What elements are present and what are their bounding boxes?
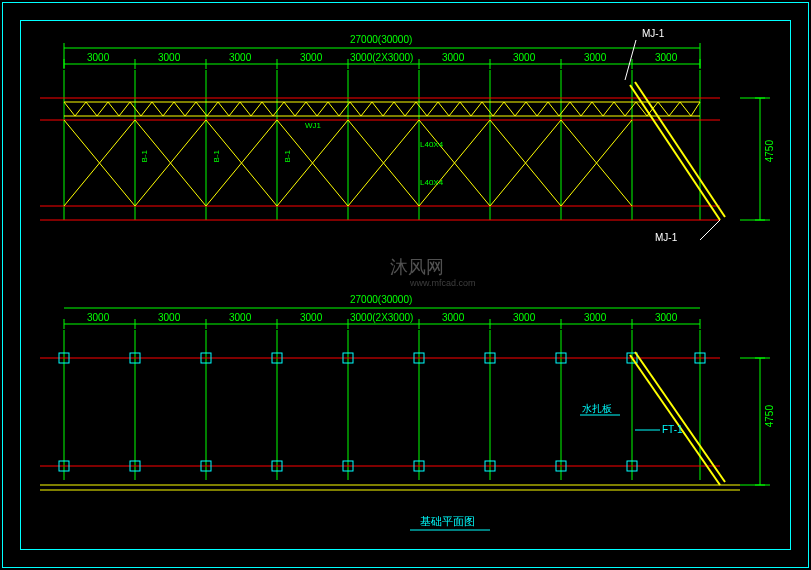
drawing-svg (20, 20, 791, 550)
dim-span-0: 3000 (87, 52, 109, 63)
svg-line-72 (526, 102, 537, 116)
svg-line-79 (603, 102, 614, 116)
svg-line-46 (240, 102, 251, 116)
svg-line-40 (174, 102, 185, 116)
label-mj1-top: MJ-1 (642, 28, 664, 39)
svg-line-81 (625, 102, 636, 116)
svg-line-66 (460, 102, 471, 116)
svg-line-45 (229, 102, 240, 116)
dim-bspan-3: 3000 (300, 312, 322, 323)
svg-line-48 (262, 102, 273, 116)
svg-line-68 (482, 102, 493, 116)
svg-line-107 (700, 220, 720, 240)
svg-line-59 (383, 102, 394, 116)
svg-line-31 (75, 102, 86, 116)
svg-line-62 (416, 102, 427, 116)
svg-line-57 (361, 102, 372, 116)
svg-line-84 (658, 102, 669, 116)
dim-span-5: 3000 (442, 52, 464, 63)
svg-line-78 (592, 102, 603, 116)
svg-line-77 (581, 102, 592, 116)
svg-line-80 (614, 102, 625, 116)
dim-span-6: 3000 (513, 52, 535, 63)
svg-line-56 (350, 102, 361, 116)
label-water: 水扎板 (582, 402, 612, 416)
svg-line-41 (185, 102, 196, 116)
dim-height-top: 4750 (764, 140, 775, 162)
svg-line-64 (438, 102, 449, 116)
svg-line-61 (405, 102, 416, 116)
svg-line-67 (471, 102, 482, 116)
svg-line-104 (630, 85, 720, 220)
cad-drawing: 27000(30000) 3000 3000 3000 3000 3000(2X… (20, 20, 791, 550)
dim-bspan-4: 3000(2X3000) (350, 312, 413, 323)
svg-line-58 (372, 102, 383, 116)
svg-line-60 (394, 102, 405, 116)
svg-line-49 (273, 102, 284, 116)
svg-line-42 (196, 102, 207, 116)
dim-span-4: 3000(2X3000) (350, 52, 413, 63)
svg-line-44 (218, 102, 229, 116)
svg-line-86 (680, 102, 691, 116)
label-l40x4-b: L40X4 (420, 178, 443, 187)
svg-line-33 (97, 102, 108, 116)
svg-line-52 (306, 102, 317, 116)
drawing-title: 基础平面图 (420, 514, 475, 529)
label-b1-b: B-1 (212, 150, 221, 162)
svg-line-30 (64, 102, 75, 116)
svg-line-63 (427, 102, 438, 116)
dim-bspan-7: 3000 (584, 312, 606, 323)
dim-bspan-1: 3000 (158, 312, 180, 323)
svg-line-47 (251, 102, 262, 116)
svg-line-85 (669, 102, 680, 116)
watermark-url: www.mfcad.com (410, 278, 476, 288)
label-ft1: FT-1 (662, 424, 683, 435)
dim-span-8: 3000 (655, 52, 677, 63)
svg-line-43 (207, 102, 218, 116)
label-wj1: WJ1 (305, 121, 321, 130)
label-b1-a: B-1 (140, 150, 149, 162)
dim-total-bot: 27000(30000) (350, 294, 412, 305)
svg-line-106 (625, 40, 636, 80)
svg-line-34 (108, 102, 119, 116)
dim-bspan-5: 3000 (442, 312, 464, 323)
svg-line-69 (493, 102, 504, 116)
label-l40x4-a: L40X4 (420, 140, 443, 149)
svg-line-159 (635, 352, 725, 482)
watermark-main: 沐风网 (390, 255, 444, 279)
dim-bspan-2: 3000 (229, 312, 251, 323)
dim-bspan-8: 3000 (655, 312, 677, 323)
dim-span-7: 3000 (584, 52, 606, 63)
svg-line-37 (141, 102, 152, 116)
svg-line-54 (328, 102, 339, 116)
svg-line-65 (449, 102, 460, 116)
svg-line-53 (317, 102, 328, 116)
dim-bspan-6: 3000 (513, 312, 535, 323)
label-b1-c: B-1 (283, 150, 292, 162)
svg-line-51 (295, 102, 306, 116)
svg-line-87 (691, 102, 700, 116)
svg-line-73 (537, 102, 548, 116)
dim-span-3: 3000 (300, 52, 322, 63)
svg-line-71 (515, 102, 526, 116)
svg-line-39 (163, 102, 174, 116)
dim-span-2: 3000 (229, 52, 251, 63)
dim-bspan-0: 3000 (87, 312, 109, 323)
label-mj1-bot: MJ-1 (655, 232, 677, 243)
svg-line-76 (570, 102, 581, 116)
svg-line-70 (504, 102, 515, 116)
dim-total-top: 27000(30000) (350, 34, 412, 45)
svg-line-74 (548, 102, 559, 116)
dim-span-1: 3000 (158, 52, 180, 63)
svg-line-50 (284, 102, 295, 116)
svg-line-32 (86, 102, 97, 116)
dim-height-bot: 4750 (764, 405, 775, 427)
svg-line-35 (119, 102, 130, 116)
svg-line-38 (152, 102, 163, 116)
